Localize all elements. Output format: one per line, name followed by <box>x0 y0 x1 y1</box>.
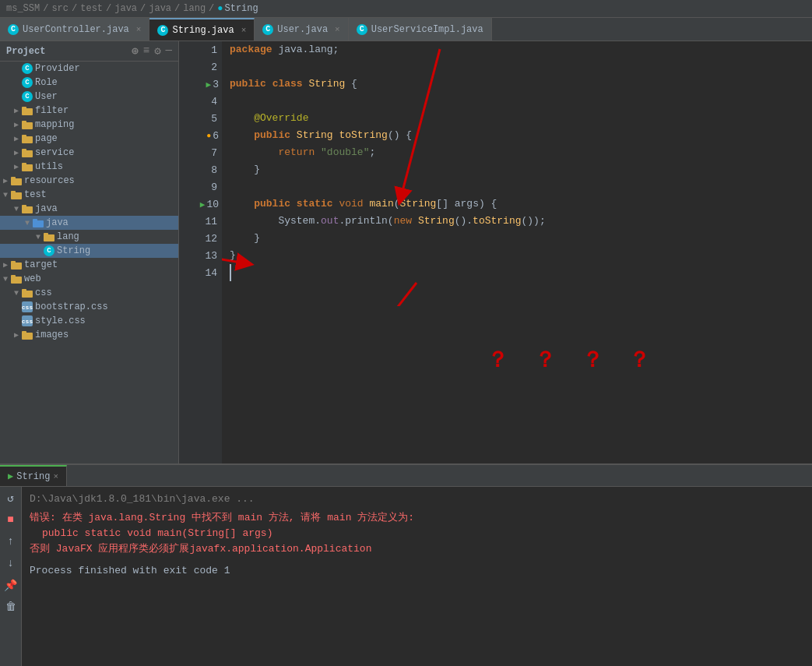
svg-rect-25 <box>22 289 26 292</box>
line-number: 9 <box>179 178 222 196</box>
sidebar-item-provider[interactable]: C Provider <box>0 62 178 76</box>
tab-bar: C UserController.java × C String.java × … <box>0 18 812 41</box>
sidebar-item-page[interactable]: ▶ page <box>0 132 178 146</box>
class-icon: C <box>22 63 33 74</box>
tab-label: UserController.java <box>23 24 129 35</box>
item-label: resources <box>24 175 75 186</box>
line-number: 8 <box>179 161 222 178</box>
sidebar-item-string[interactable]: C String <box>0 244 178 258</box>
item-label: User <box>35 91 58 102</box>
expand-arrow: ▼ <box>0 275 11 284</box>
svg-rect-3 <box>22 121 26 124</box>
sidebar-header-icons: ⊕ ≡ ⚙ ─ <box>132 44 172 58</box>
css-icon: css <box>22 315 33 326</box>
bookmark-icon: ● <box>206 132 211 140</box>
sidebar-item-utils[interactable]: ▶ utils <box>0 160 178 174</box>
svg-rect-23 <box>11 275 16 278</box>
sidebar-item-service[interactable]: ▶ service <box>0 146 178 160</box>
collapse-arrow: ▶ <box>11 134 22 143</box>
line-number: ▶3 <box>179 76 222 93</box>
folder-icon <box>33 218 44 227</box>
item-label: lang <box>57 231 79 242</box>
breadcrumb-current: ●String <box>217 3 258 14</box>
sidebar-item-role[interactable]: C Role <box>0 76 178 90</box>
run-icon: ▶ <box>8 470 13 482</box>
class-icon: C <box>22 91 33 102</box>
code-line-2 <box>230 58 812 76</box>
restart-button[interactable]: ↺ <box>3 490 19 506</box>
line-number: ▶10 <box>179 196 222 213</box>
pin-button[interactable]: 📌 <box>3 577 19 593</box>
sidebar-header: Project ⊕ ≡ ⚙ ─ <box>0 41 178 62</box>
code-line-3: public class String { <box>230 76 812 93</box>
sidebar-item-user[interactable]: C User <box>0 90 178 104</box>
class-icon: C <box>44 245 54 256</box>
tab-string[interactable]: C String.java × <box>149 18 255 41</box>
tab-close-icon[interactable]: × <box>136 25 142 34</box>
run-tab[interactable]: ▶ String × <box>0 465 67 486</box>
tab-close-icon[interactable]: × <box>241 26 247 35</box>
tab-userserviceimpl[interactable]: C UserServiceImpl.java <box>349 18 492 41</box>
sidebar-item-filter[interactable]: ▶ filter <box>0 104 178 118</box>
code-line-4 <box>230 93 812 110</box>
code-line-14 <box>230 264 812 281</box>
trash-button[interactable]: 🗑 <box>3 599 19 615</box>
run-tab-close[interactable]: × <box>53 472 58 481</box>
svg-rect-13 <box>11 191 16 194</box>
folder-icon <box>22 134 33 143</box>
sidebar-item-images[interactable]: ▶ images <box>0 328 178 342</box>
sidebar-item-lang[interactable]: ▼ lang <box>0 230 178 244</box>
tab-user[interactable]: C User.java × <box>255 18 348 41</box>
gear-icon[interactable]: ⚙ <box>154 44 160 58</box>
minimize-icon[interactable]: ─ <box>166 44 172 58</box>
stop-button[interactable]: ■ <box>3 512 19 527</box>
line-number: 12 <box>179 230 222 247</box>
sidebar-item-mapping[interactable]: ▶ mapping <box>0 118 178 132</box>
run-icon: ▶ <box>200 199 206 210</box>
svg-rect-21 <box>11 261 16 264</box>
code-editor[interactable]: 1 2 ▶3 4 5 ●6 7 8 9 ▶10 11 12 13 14 <box>179 41 812 463</box>
folder-icon <box>22 204 33 213</box>
scroll-up-button[interactable]: ↑ <box>3 534 19 549</box>
item-label: Provider <box>35 63 80 74</box>
expand-arrow: ▼ <box>11 289 22 298</box>
sidebar-item-style[interactable]: css style.css <box>0 314 178 328</box>
folder-icon <box>11 176 22 185</box>
line-number: ●6 <box>179 127 222 144</box>
tab-usercontroller[interactable]: C UserController.java × <box>0 18 149 41</box>
collapse-arrow: ▶ <box>11 148 22 157</box>
collapse-arrow: ▶ <box>11 106 22 115</box>
sidebar-item-bootstrap[interactable]: css bootstrap.css <box>0 300 178 314</box>
sidebar-item-java2[interactable]: ▼ java <box>0 216 178 230</box>
collapse-arrow: ▶ <box>0 176 11 185</box>
main-area: Project ⊕ ≡ ⚙ ─ C Provider C Role C User <box>0 41 812 463</box>
breadcrumb-part: lang <box>183 3 206 14</box>
item-label: style.css <box>35 315 86 326</box>
scroll-down-button[interactable]: ↓ <box>3 555 19 571</box>
folder-icon <box>44 232 54 241</box>
bottom-actions: ↺ ■ ↑ ↓ 📌 🗑 <box>0 487 22 666</box>
sidebar-item-web[interactable]: ▼ web <box>0 272 178 286</box>
sidebar-item-java1[interactable]: ▼ java <box>0 202 178 216</box>
expand-arrow: ▼ <box>22 219 33 227</box>
item-label: java <box>46 217 69 228</box>
svg-line-30 <box>362 283 417 306</box>
sync-icon[interactable]: ⊕ <box>132 44 138 58</box>
sidebar-item-test[interactable]: ▼ test <box>0 188 178 202</box>
console-error-line1: 错误: 在类 java.lang.String 中找不到 main 方法, 请将… <box>30 510 804 526</box>
tab-label: String.java <box>172 25 234 36</box>
code-lines[interactable]: package java.lang; public class String {… <box>222 41 812 463</box>
settings-icon[interactable]: ≡ <box>143 44 149 58</box>
tab-label: UserServiceImpl.java <box>371 24 483 35</box>
sidebar-item-target[interactable]: ▶ target <box>0 258 178 272</box>
class-icon: C <box>22 77 33 88</box>
item-label: test <box>24 189 47 200</box>
sidebar-item-css[interactable]: ▼ css <box>0 286 178 300</box>
sidebar-item-resources[interactable]: ▶ resources <box>0 174 178 188</box>
console-output: D:\Java\jdk1.8.0_181\bin\java.exe ... 错误… <box>22 487 812 666</box>
item-label: Role <box>35 77 58 88</box>
code-line-11: System.out.println(new String().toString… <box>230 213 812 230</box>
tab-close-icon[interactable]: × <box>335 25 340 34</box>
item-label: java <box>35 203 58 214</box>
svg-rect-11 <box>11 177 16 180</box>
